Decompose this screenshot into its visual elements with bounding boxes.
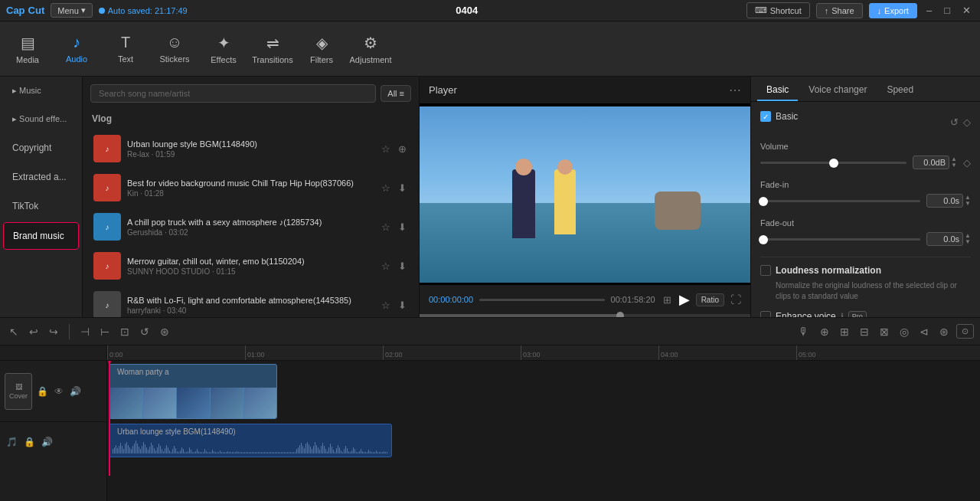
tool-audio[interactable]: ♪ Audio: [52, 25, 101, 74]
tl-rt-btn1[interactable]: ⊕: [817, 324, 832, 339]
fade-out-down[interactable]: ▼: [965, 239, 971, 245]
ruler-mark-4: 04:00: [658, 345, 659, 360]
volume-input[interactable]: [913, 156, 949, 169]
favorite-button[interactable]: ☆: [380, 142, 392, 156]
download-button[interactable]: ⬇: [397, 298, 408, 313]
tab-speed[interactable]: Speed: [877, 80, 923, 101]
tool-stickers[interactable]: ☺ Stickers: [150, 25, 199, 74]
song-item[interactable]: ♪ Best for video background music Chill …: [86, 169, 416, 207]
favorite-button[interactable]: ☆: [380, 298, 392, 313]
tl-rt-btn6[interactable]: ⊲: [916, 324, 932, 339]
grid-button[interactable]: ⊞: [662, 293, 673, 307]
zoom-fit[interactable]: ⊙: [956, 324, 974, 339]
sidebar-item-sound-effects[interactable]: ▸ Sound effe...: [3, 106, 79, 132]
split-tool[interactable]: ⊣: [77, 324, 93, 339]
crop-tool[interactable]: ⊛: [157, 324, 172, 339]
menu-button[interactable]: Menu ▾: [51, 3, 93, 18]
rotate-tool[interactable]: ↺: [137, 324, 152, 339]
tool-transitions[interactable]: ⇌ Transitions: [248, 25, 297, 74]
close-button[interactable]: ✕: [959, 5, 974, 16]
audio-track-icon[interactable]: 🎵: [5, 435, 19, 449]
player-seekbar[interactable]: [420, 314, 750, 317]
add-song-button[interactable]: ⊕: [397, 142, 408, 156]
fade-in-down[interactable]: ▼: [965, 201, 971, 207]
search-input[interactable]: [90, 84, 376, 103]
download-button[interactable]: ⬇: [397, 220, 408, 234]
minimize-button[interactable]: –: [923, 5, 935, 16]
filter-button[interactable]: All ≡: [381, 85, 411, 102]
maximize-button[interactable]: □: [941, 5, 953, 16]
undo-button[interactable]: ↺: [950, 116, 959, 128]
share-button[interactable]: ↑ Share: [816, 3, 863, 18]
track-audio[interactable]: 🔊: [68, 385, 83, 398]
tab-voice-changer[interactable]: Voice changer: [799, 80, 876, 101]
track-eye[interactable]: 👁: [53, 385, 65, 398]
tl-rt-btn5[interactable]: ◎: [897, 324, 912, 339]
tl-rt-btn3[interactable]: ⊟: [857, 324, 872, 339]
tab-basic[interactable]: Basic: [757, 80, 798, 101]
player-menu-button[interactable]: ⋯: [729, 83, 741, 97]
video-clip[interactable]: Woman party a: [109, 364, 277, 419]
sidebar-item-copyright[interactable]: Copyright: [3, 135, 79, 161]
undo-tool[interactable]: ↩: [26, 324, 41, 339]
song-actions: ☆ ⬇: [380, 298, 408, 313]
song-info: A chill pop truck with a sexy atmosphere…: [127, 217, 374, 237]
volume-keyframe[interactable]: ◇: [963, 157, 971, 169]
fade-in-slider[interactable]: [760, 200, 920, 202]
sidebar-item-tiktok[interactable]: TikTok: [3, 193, 79, 219]
select-tool[interactable]: ↖: [6, 324, 21, 339]
video-track-controls: 🖼 Cover 🔒 👁 🔊: [0, 361, 106, 422]
song-item[interactable]: ♪ Urban lounge style BGM(1148490) Re-lax…: [86, 129, 416, 168]
song-item[interactable]: ♪ R&B with Lo-Fi, light and comfortable …: [86, 286, 416, 317]
song-item[interactable]: ♪ Merrow guitar, chill out, winter, emo …: [86, 247, 416, 285]
audio-lock[interactable]: 🔒: [22, 435, 37, 449]
audio-clip[interactable]: Urban lounge style BGM(1148490): [109, 424, 392, 457]
shortcut-button[interactable]: ⌨ Shortcut: [746, 2, 810, 18]
audio-mute[interactable]: 🔊: [40, 435, 54, 449]
export-button[interactable]: ↓ Export: [869, 3, 917, 18]
loudness-checkbox[interactable]: [760, 265, 771, 276]
figure-head-2: [557, 159, 573, 175]
tl-rt-btn4[interactable]: ⊠: [877, 324, 892, 339]
tool-filters[interactable]: ◈ Filters: [297, 25, 346, 74]
fullscreen-button[interactable]: ⛶: [730, 293, 741, 306]
fade-in-input[interactable]: [926, 194, 963, 208]
split-tool-2[interactable]: ⊢: [97, 324, 113, 339]
favorite-button[interactable]: ☆: [380, 259, 392, 273]
sidebar-item-extracted[interactable]: Extracted a...: [3, 164, 79, 190]
keyframe-button[interactable]: ◇: [963, 116, 971, 128]
download-button[interactable]: ⬇: [397, 181, 408, 195]
favorite-button[interactable]: ☆: [380, 181, 392, 195]
song-item[interactable]: ♪ A chill pop truck with a sexy atmosphe…: [86, 208, 416, 246]
track-sidebar-top: [0, 345, 106, 361]
tl-rt-btn2[interactable]: ⊞: [837, 324, 852, 339]
volume-down[interactable]: ▼: [951, 162, 957, 169]
tool-effects[interactable]: ✦ Effects: [199, 25, 248, 74]
sidebar-item-music[interactable]: ▸ Music: [3, 78, 79, 103]
song-meta: harryfanki · 03:40: [127, 306, 374, 315]
favorite-button[interactable]: ☆: [380, 220, 392, 234]
record-audio-btn[interactable]: 🎙: [795, 324, 812, 339]
audio-icon: ♪: [73, 34, 80, 51]
play-button[interactable]: ▶: [679, 291, 690, 308]
tool-adjustment[interactable]: ⚙ Adjustment: [346, 25, 395, 74]
fade-out-slider[interactable]: [760, 238, 920, 241]
volume-slider[interactable]: [760, 162, 906, 164]
redo-tool[interactable]: ↪: [46, 324, 61, 339]
fade-out-input[interactable]: [926, 232, 963, 246]
track-lock[interactable]: 🔒: [35, 385, 50, 398]
enhance-checkbox[interactable]: [760, 311, 771, 317]
tool-media[interactable]: ▤ Media: [3, 25, 52, 74]
song-title: R&B with Lo-Fi, light and comfortable at…: [127, 295, 374, 306]
cover-button[interactable]: 🖼 Cover: [5, 373, 32, 410]
tl-rt-btn7[interactable]: ⊛: [936, 324, 952, 339]
sidebar-item-brand-music[interactable]: Brand music: [3, 222, 79, 250]
delete-tool[interactable]: ⊡: [117, 324, 132, 339]
volume-label: Volume: [760, 142, 971, 151]
tool-text[interactable]: T Text: [101, 25, 150, 74]
ratio-button[interactable]: Ratio: [696, 293, 724, 306]
progress-bar[interactable]: [479, 299, 604, 301]
download-button[interactable]: ⬇: [397, 259, 408, 273]
thumb-icon: ♪: [106, 145, 109, 153]
figure-1: [512, 169, 535, 238]
